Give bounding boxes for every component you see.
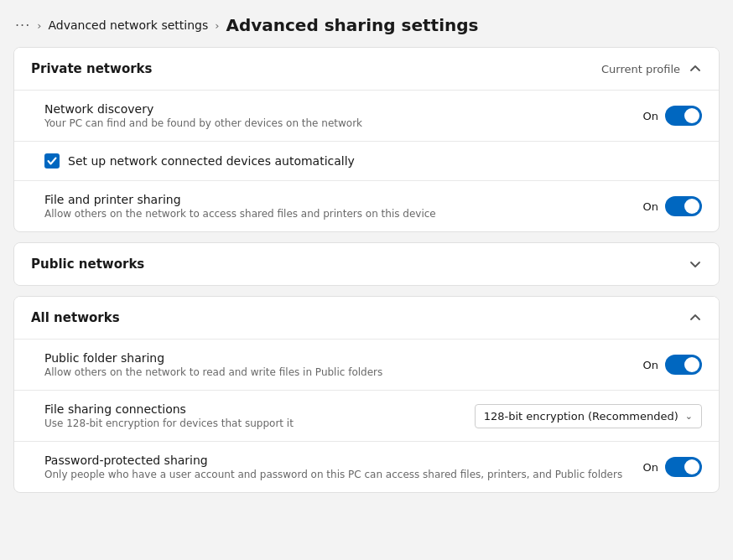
auto-connect-label: Set up network connected devices automat… bbox=[68, 154, 355, 168]
file-sharing-connections-row: File sharing connections Use 128-bit enc… bbox=[14, 390, 719, 441]
file-printer-sharing-info: File and printer sharing Allow others on… bbox=[44, 193, 643, 220]
all-networks-section: All networks Public folder sharing Allow… bbox=[13, 296, 720, 493]
breadcrumb-sep-2: › bbox=[215, 19, 219, 32]
all-networks-header[interactable]: All networks bbox=[14, 297, 719, 339]
network-discovery-toggle[interactable] bbox=[665, 106, 702, 126]
file-printer-sharing-title: File and printer sharing bbox=[44, 193, 643, 206]
public-networks-section: Public networks bbox=[13, 242, 720, 286]
public-networks-chevron bbox=[689, 257, 702, 271]
dropdown-arrow-icon: ⌄ bbox=[685, 411, 693, 422]
all-networks-chevron bbox=[689, 311, 702, 324]
network-discovery-row: Network discovery Your PC can find and b… bbox=[14, 90, 719, 141]
network-discovery-state: On bbox=[643, 110, 658, 122]
password-protected-sharing-state: On bbox=[643, 461, 658, 474]
current-profile-badge: Current profile bbox=[601, 63, 680, 75]
public-folder-sharing-row: Public folder sharing Allow others on th… bbox=[14, 339, 719, 390]
breadcrumb-dots[interactable]: ··· bbox=[15, 18, 30, 34]
file-sharing-connections-desc: Use 128-bit encryption for devices that … bbox=[44, 417, 475, 429]
auto-connect-devices-row: Set up network connected devices automat… bbox=[14, 141, 719, 180]
file-printer-sharing-toggle[interactable] bbox=[665, 196, 702, 216]
file-printer-sharing-desc: Allow others on the network to access sh… bbox=[44, 208, 643, 220]
network-discovery-info: Network discovery Your PC can find and b… bbox=[44, 102, 643, 129]
auto-connect-checkbox[interactable] bbox=[44, 153, 60, 169]
private-networks-header-right: Current profile bbox=[601, 62, 702, 75]
public-folder-sharing-info: Public folder sharing Allow others on th… bbox=[44, 351, 643, 378]
public-networks-header[interactable]: Public networks bbox=[14, 243, 719, 285]
private-networks-section: Private networks Current profile Network… bbox=[13, 47, 720, 232]
public-folder-sharing-state: On bbox=[643, 359, 658, 371]
network-discovery-title: Network discovery bbox=[44, 102, 643, 116]
main-content: Private networks Current profile Network… bbox=[0, 47, 733, 520]
encryption-dropdown[interactable]: 128-bit encryption (Recommended) ⌄ bbox=[475, 404, 702, 428]
file-sharing-connections-control: 128-bit encryption (Recommended) ⌄ bbox=[475, 404, 702, 428]
file-printer-sharing-row: File and printer sharing Allow others on… bbox=[14, 180, 719, 231]
file-printer-sharing-control: On bbox=[643, 196, 702, 216]
breadcrumb-link-network[interactable]: Advanced network settings bbox=[48, 18, 208, 32]
file-sharing-connections-info: File sharing connections Use 128-bit enc… bbox=[44, 402, 475, 429]
password-protected-sharing-info: Password-protected sharing Only people w… bbox=[44, 454, 643, 480]
public-folder-sharing-desc: Allow others on the network to read and … bbox=[44, 366, 643, 378]
public-networks-header-right bbox=[689, 257, 702, 271]
network-discovery-control: On bbox=[643, 106, 702, 126]
all-networks-header-right bbox=[689, 311, 702, 324]
page-title: Advanced sharing settings bbox=[226, 15, 478, 35]
breadcrumb: ··· › Advanced network settings › Advanc… bbox=[0, 0, 733, 47]
private-networks-header[interactable]: Private networks Current profile bbox=[14, 48, 719, 90]
public-folder-sharing-title: Public folder sharing bbox=[44, 351, 643, 365]
breadcrumb-sep-1: › bbox=[37, 19, 41, 32]
public-networks-title: Public networks bbox=[31, 257, 144, 272]
private-networks-chevron bbox=[689, 62, 702, 75]
public-folder-sharing-control: On bbox=[643, 355, 702, 375]
network-discovery-desc: Your PC can find and be found by other d… bbox=[44, 117, 643, 129]
password-protected-sharing-control: On bbox=[643, 457, 702, 477]
all-networks-title: All networks bbox=[31, 310, 120, 325]
password-protected-sharing-toggle[interactable] bbox=[665, 457, 702, 477]
password-protected-sharing-desc: Only people who have a user account and … bbox=[44, 469, 643, 480]
encryption-dropdown-value: 128-bit encryption (Recommended) bbox=[484, 410, 678, 423]
file-printer-sharing-state: On bbox=[643, 200, 658, 213]
file-sharing-connections-title: File sharing connections bbox=[44, 402, 475, 416]
private-networks-title: Private networks bbox=[31, 61, 153, 76]
password-protected-sharing-row: Password-protected sharing Only people w… bbox=[14, 441, 719, 492]
public-folder-sharing-toggle[interactable] bbox=[665, 355, 702, 375]
password-protected-sharing-title: Password-protected sharing bbox=[44, 454, 643, 467]
